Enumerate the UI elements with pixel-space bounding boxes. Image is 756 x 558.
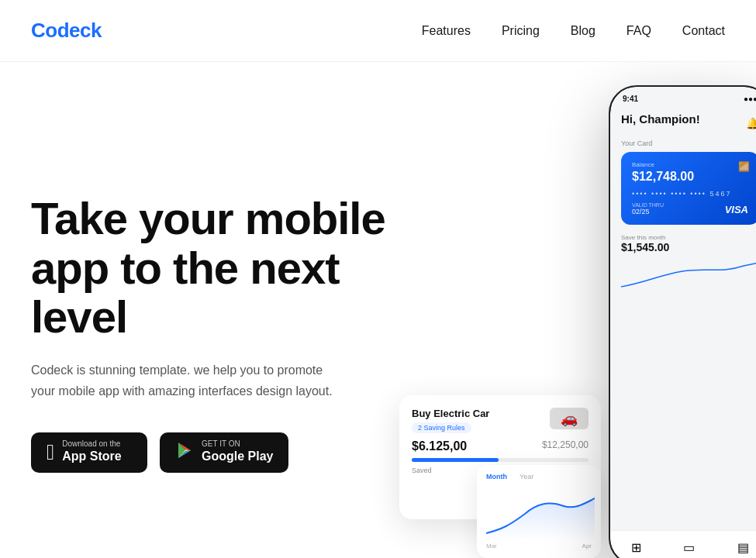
phone-bottom-nav: ⊞ ▭ ▤ — [610, 530, 756, 558]
chart-area — [486, 487, 592, 541]
chart-float: Month Year Mar Apr — [477, 465, 601, 558]
chart-label-mar: Mar — [486, 542, 497, 549]
balance-amount: $12,748.00 — [632, 170, 748, 184]
appstore-text: Download on the App Store — [62, 440, 121, 465]
visa-logo: VISA — [725, 204, 748, 215]
nav-account-icon[interactable]: ▤ — [737, 540, 749, 555]
balance-label: Balance — [632, 161, 748, 168]
saving-rules-badge: 2 Saving Rules — [412, 422, 471, 433]
chart-label-apr: Apr — [582, 542, 592, 549]
nav-links: Features Pricing Blog FAQ Contact — [422, 24, 725, 38]
apple-icon:  — [47, 440, 54, 465]
googleplay-button[interactable]: GET IT ON Google Play — [160, 432, 288, 473]
phone-time: 9:41 — [623, 95, 638, 103]
nav-blog[interactable]: Blog — [571, 24, 595, 37]
chart-tab-month[interactable]: Month — [486, 473, 507, 480]
card-section-label: Your Card — [621, 140, 756, 147]
valid-thru-label: VALID THRU — [632, 202, 664, 208]
phone-status-icons: ●●● — [744, 95, 756, 103]
hero-left: Take your mobile app to the next level C… — [31, 194, 388, 474]
progress-fill — [412, 458, 499, 462]
nav-faq[interactable]: FAQ — [627, 24, 651, 37]
nav-home-icon[interactable]: ⊞ — [631, 540, 641, 555]
phone-mockups: Buy Electric Car 2 Saving Rules 🚗 $6.125… — [399, 85, 756, 558]
nav-pricing[interactable]: Pricing — [502, 24, 540, 37]
hero-title: Take your mobile app to the next level — [31, 194, 388, 342]
logo[interactable]: Codeck — [31, 19, 102, 43]
target-amount: $12,250,00 — [542, 439, 589, 453]
cta-buttons:  Download on the App Store — [31, 432, 388, 473]
card-number: •••• •••• •••• •••• 5467 — [632, 190, 748, 198]
hero-section: Take your mobile app to the next level C… — [0, 62, 756, 558]
hero-description: Codeck is stunning template. we help you… — [31, 360, 341, 401]
progress-bar — [412, 458, 589, 462]
saved-amount: $6.125,00 — [412, 439, 467, 453]
saved-label: Saved — [412, 467, 432, 474]
bank-card: 📶 Balance $12,748.00 •••• •••• •••• ••••… — [621, 152, 756, 225]
nav-card-icon[interactable]: ▭ — [683, 540, 695, 555]
saving-card-title: Buy Electric Car — [412, 408, 489, 419]
google-play-icon — [175, 440, 194, 465]
nav-contact[interactable]: Contact — [682, 24, 725, 37]
mini-chart — [621, 260, 756, 291]
valid-thru-date: 02/25 — [632, 208, 664, 215]
appstore-button[interactable]:  Download on the App Store — [31, 432, 147, 473]
nav-features[interactable]: Features — [422, 24, 471, 37]
notification-bell-icon[interactable]: 🔔 — [746, 117, 756, 129]
chart-tab-year[interactable]: Year — [520, 473, 533, 480]
phone-greeting: Hi, Champion! — [621, 112, 700, 126]
navbar: Codeck Features Pricing Blog FAQ Contact — [0, 0, 756, 62]
phone-mockup: 9:41 ●●● Hi, Champion! 🔔 Your Card 📶 Bal… — [609, 85, 756, 558]
save-month-value: $1,545.00 — [621, 241, 756, 253]
car-icon: 🚗 — [550, 408, 589, 429]
googleplay-text: GET IT ON Google Play — [202, 440, 273, 465]
save-month-label: Save this month — [621, 234, 756, 241]
